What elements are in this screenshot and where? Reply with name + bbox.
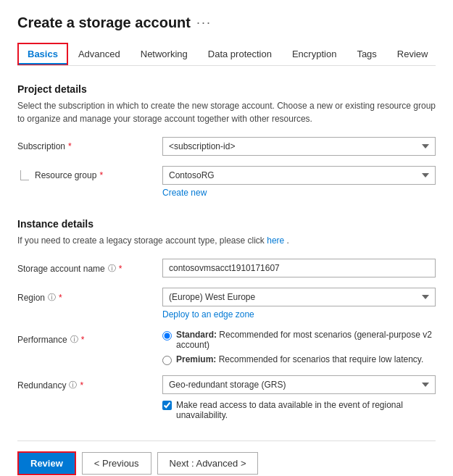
read-access-label: Make read access to data available in th… bbox=[176, 400, 436, 420]
performance-radio-group: Standard: Recommended for most scenarios… bbox=[162, 330, 436, 365]
instance-details-description: If you need to create a legacy storage a… bbox=[17, 234, 436, 247]
title-menu-icon[interactable]: ··· bbox=[196, 15, 212, 30]
resource-group-label: Resource group * bbox=[17, 166, 162, 180]
tab-advanced[interactable]: Advanced bbox=[68, 43, 130, 65]
redundancy-required: * bbox=[80, 380, 83, 391]
performance-row: Performance ⓘ * Standard: Recommended fo… bbox=[17, 330, 436, 365]
redundancy-label: Redundancy ⓘ * bbox=[17, 375, 162, 391]
subscription-control: <subscription-id> bbox=[162, 137, 436, 156]
region-row: Region ⓘ * (Europe) West Europe Deploy t… bbox=[17, 288, 436, 320]
performance-premium-option[interactable]: Premium: Recommended for scenarios that … bbox=[162, 354, 436, 365]
region-select[interactable]: (Europe) West Europe bbox=[162, 288, 436, 306]
performance-info-icon[interactable]: ⓘ bbox=[70, 334, 78, 345]
subscription-required: * bbox=[68, 141, 72, 151]
tabs-row: Basics Advanced Networking Data protecti… bbox=[17, 43, 436, 66]
storage-name-label: Storage account name ⓘ * bbox=[17, 259, 162, 274]
region-label: Region ⓘ * bbox=[17, 288, 162, 303]
instance-details-section: Instance details If you need to create a… bbox=[17, 218, 436, 420]
project-details-title: Project details bbox=[17, 83, 436, 95]
read-access-checkbox-row[interactable]: Make read access to data available in th… bbox=[162, 400, 436, 420]
instance-details-title: Instance details bbox=[17, 218, 436, 230]
page-title: Create a storage account bbox=[17, 14, 191, 31]
project-details-description: Select the subscription in which to crea… bbox=[17, 99, 436, 125]
storage-name-row: Storage account name ⓘ * bbox=[17, 259, 436, 277]
tab-basics[interactable]: Basics bbox=[17, 43, 68, 65]
subscription-select[interactable]: <subscription-id> bbox=[162, 137, 436, 156]
resource-group-select[interactable]: ContosoRG bbox=[162, 166, 436, 185]
redundancy-info-icon[interactable]: ⓘ bbox=[69, 380, 77, 391]
create-new-link[interactable]: Create new bbox=[162, 188, 436, 198]
redundancy-control: Geo-redundant storage (GRS) Make read ac… bbox=[162, 375, 436, 420]
performance-premium-label: Premium: bbox=[176, 354, 216, 364]
performance-standard-radio[interactable] bbox=[162, 331, 172, 341]
tab-networking[interactable]: Networking bbox=[130, 43, 198, 65]
tab-review[interactable]: Review bbox=[387, 43, 439, 65]
performance-control: Standard: Recommended for most scenarios… bbox=[162, 330, 436, 365]
performance-premium-radio[interactable] bbox=[162, 356, 172, 365]
review-button[interactable]: Review bbox=[17, 451, 76, 475]
footer-bar: Review < Previous Next : Advanced > bbox=[17, 440, 436, 475]
storage-name-control bbox=[162, 259, 436, 277]
performance-standard-option[interactable]: Standard: Recommended for most scenarios… bbox=[162, 330, 436, 350]
storage-name-required: * bbox=[119, 264, 122, 274]
resource-group-row: Resource group * ContosoRG Create new bbox=[17, 166, 436, 198]
read-access-checkbox[interactable] bbox=[162, 401, 172, 410]
next-button[interactable]: Next : Advanced > bbox=[157, 452, 259, 475]
performance-premium-desc: Recommended for scenarios that require l… bbox=[219, 354, 424, 364]
region-required: * bbox=[59, 293, 62, 303]
redundancy-row: Redundancy ⓘ * Geo-redundant storage (GR… bbox=[17, 375, 436, 420]
deploy-edge-link[interactable]: Deploy to an edge zone bbox=[162, 309, 436, 320]
resource-group-control: ContosoRG Create new bbox=[162, 166, 436, 198]
resource-group-required: * bbox=[99, 170, 103, 180]
tab-data-protection[interactable]: Data protection bbox=[198, 43, 282, 65]
subscription-row: Subscription * <subscription-id> bbox=[17, 137, 436, 156]
previous-button[interactable]: < Previous bbox=[82, 452, 151, 475]
redundancy-select[interactable]: Geo-redundant storage (GRS) bbox=[162, 375, 436, 394]
performance-required: * bbox=[81, 335, 85, 345]
indent-line bbox=[20, 170, 29, 180]
region-info-icon[interactable]: ⓘ bbox=[48, 292, 56, 303]
project-details-section: Project details Select the subscription … bbox=[17, 83, 436, 198]
tab-encryption[interactable]: Encryption bbox=[282, 43, 346, 65]
storage-name-input[interactable] bbox=[162, 259, 436, 277]
legacy-storage-link[interactable]: here bbox=[267, 235, 284, 246]
performance-label: Performance ⓘ * bbox=[17, 330, 162, 345]
storage-name-info-icon[interactable]: ⓘ bbox=[108, 263, 116, 274]
subscription-label: Subscription * bbox=[17, 137, 162, 151]
region-control: (Europe) West Europe Deploy to an edge z… bbox=[162, 288, 436, 320]
performance-standard-label: Standard: bbox=[176, 330, 217, 340]
tab-tags[interactable]: Tags bbox=[346, 43, 386, 65]
